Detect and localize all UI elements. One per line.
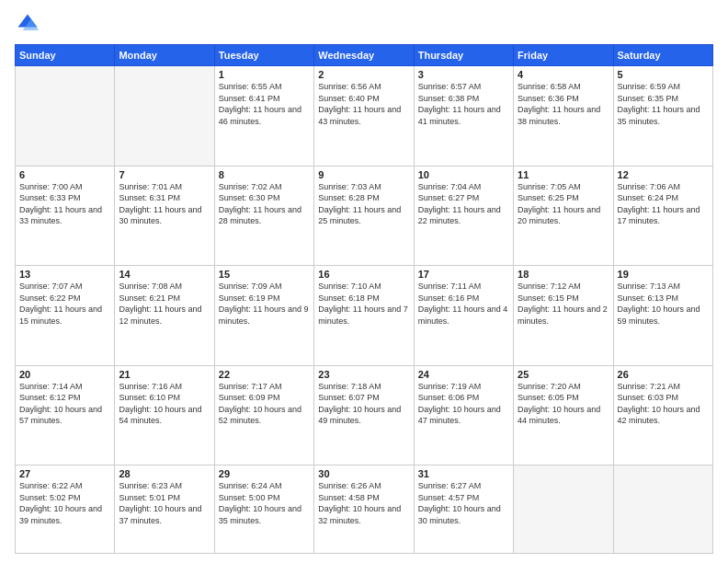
calendar-cell: 23Sunrise: 7:18 AMSunset: 6:07 PMDayligh… — [314, 365, 414, 465]
week-row-1: 1Sunrise: 6:55 AMSunset: 6:41 PMDaylight… — [16, 66, 713, 167]
day-number: 16 — [318, 269, 409, 280]
calendar-cell: 25Sunrise: 7:20 AMSunset: 6:05 PMDayligh… — [514, 365, 613, 465]
weekday-header-thursday: Thursday — [414, 45, 513, 66]
day-number: 2 — [318, 69, 409, 80]
day-number: 15 — [219, 269, 310, 280]
day-number: 1 — [219, 69, 310, 80]
day-info: Sunrise: 6:23 AMSunset: 5:01 PMDaylight:… — [119, 480, 210, 526]
day-info: Sunrise: 7:17 AMSunset: 6:09 PMDaylight:… — [219, 381, 310, 427]
day-info: Sunrise: 6:22 AMSunset: 5:02 PMDaylight:… — [19, 480, 110, 526]
day-number: 9 — [318, 169, 409, 180]
logo — [15, 11, 44, 37]
day-number: 18 — [518, 269, 609, 280]
day-number: 28 — [119, 468, 210, 479]
day-number: 22 — [219, 369, 310, 380]
day-info: Sunrise: 6:55 AMSunset: 6:41 PMDaylight:… — [219, 81, 310, 127]
calendar-table: SundayMondayTuesdayWednesdayThursdayFrid… — [15, 44, 713, 554]
day-info: Sunrise: 7:00 AMSunset: 6:33 PMDaylight:… — [19, 181, 110, 227]
calendar-cell: 18Sunrise: 7:12 AMSunset: 6:15 PMDayligh… — [514, 266, 613, 366]
calendar-cell — [16, 66, 115, 167]
calendar-cell: 17Sunrise: 7:11 AMSunset: 6:16 PMDayligh… — [414, 266, 513, 366]
calendar-cell: 11Sunrise: 7:05 AMSunset: 6:25 PMDayligh… — [514, 166, 613, 266]
calendar-cell: 27Sunrise: 6:22 AMSunset: 5:02 PMDayligh… — [16, 465, 115, 554]
calendar-cell — [115, 66, 214, 167]
day-info: Sunrise: 7:02 AMSunset: 6:30 PMDaylight:… — [219, 181, 310, 227]
calendar-cell — [514, 465, 613, 554]
day-number: 14 — [119, 269, 210, 280]
calendar-cell: 14Sunrise: 7:08 AMSunset: 6:21 PMDayligh… — [115, 266, 214, 366]
calendar-cell: 15Sunrise: 7:09 AMSunset: 6:19 PMDayligh… — [214, 266, 313, 366]
day-info: Sunrise: 7:06 AMSunset: 6:24 PMDaylight:… — [618, 181, 709, 227]
calendar-cell: 24Sunrise: 7:19 AMSunset: 6:06 PMDayligh… — [414, 365, 513, 465]
calendar-cell: 8Sunrise: 7:02 AMSunset: 6:30 PMDaylight… — [214, 166, 313, 266]
day-info: Sunrise: 7:21 AMSunset: 6:03 PMDaylight:… — [618, 381, 709, 427]
day-number: 8 — [219, 169, 310, 180]
day-number: 30 — [318, 468, 409, 479]
day-info: Sunrise: 7:14 AMSunset: 6:12 PMDaylight:… — [19, 381, 110, 427]
day-info: Sunrise: 7:07 AMSunset: 6:22 PMDaylight:… — [19, 281, 110, 327]
calendar-cell: 29Sunrise: 6:24 AMSunset: 5:00 PMDayligh… — [214, 465, 313, 554]
day-info: Sunrise: 7:04 AMSunset: 6:27 PMDaylight:… — [418, 181, 509, 227]
day-info: Sunrise: 7:18 AMSunset: 6:07 PMDaylight:… — [318, 381, 409, 427]
weekday-header-monday: Monday — [115, 45, 214, 66]
page: SundayMondayTuesdayWednesdayThursdayFrid… — [0, 0, 728, 563]
calendar-cell: 26Sunrise: 7:21 AMSunset: 6:03 PMDayligh… — [613, 365, 712, 465]
day-number: 26 — [618, 369, 709, 380]
calendar-cell: 10Sunrise: 7:04 AMSunset: 6:27 PMDayligh… — [414, 166, 513, 266]
day-number: 25 — [518, 369, 609, 380]
day-number: 3 — [418, 69, 509, 80]
day-info: Sunrise: 7:12 AMSunset: 6:15 PMDaylight:… — [518, 281, 609, 327]
day-number: 12 — [618, 169, 709, 180]
day-info: Sunrise: 6:56 AMSunset: 6:40 PMDaylight:… — [318, 81, 409, 127]
day-info: Sunrise: 7:19 AMSunset: 6:06 PMDaylight:… — [418, 381, 509, 427]
weekday-header-tuesday: Tuesday — [214, 45, 313, 66]
calendar-cell: 4Sunrise: 6:58 AMSunset: 6:36 PMDaylight… — [514, 66, 613, 167]
day-info: Sunrise: 7:01 AMSunset: 6:31 PMDaylight:… — [119, 181, 210, 227]
calendar-cell: 3Sunrise: 6:57 AMSunset: 6:38 PMDaylight… — [414, 66, 513, 167]
day-info: Sunrise: 6:24 AMSunset: 5:00 PMDaylight:… — [219, 480, 310, 526]
day-number: 29 — [219, 468, 310, 479]
calendar-cell: 7Sunrise: 7:01 AMSunset: 6:31 PMDaylight… — [115, 166, 214, 266]
calendar-cell: 13Sunrise: 7:07 AMSunset: 6:22 PMDayligh… — [16, 266, 115, 366]
day-info: Sunrise: 6:26 AMSunset: 4:58 PMDaylight:… — [318, 480, 409, 526]
calendar-cell: 5Sunrise: 6:59 AMSunset: 6:35 PMDaylight… — [613, 66, 712, 167]
day-number: 11 — [518, 169, 609, 180]
week-row-2: 6Sunrise: 7:00 AMSunset: 6:33 PMDaylight… — [16, 166, 713, 266]
calendar-cell: 16Sunrise: 7:10 AMSunset: 6:18 PMDayligh… — [314, 266, 414, 366]
calendar-cell: 30Sunrise: 6:26 AMSunset: 4:58 PMDayligh… — [314, 465, 414, 554]
calendar-cell: 6Sunrise: 7:00 AMSunset: 6:33 PMDaylight… — [16, 166, 115, 266]
day-info: Sunrise: 7:03 AMSunset: 6:28 PMDaylight:… — [318, 181, 409, 227]
weekday-header-friday: Friday — [514, 45, 613, 66]
weekday-header-saturday: Saturday — [613, 45, 712, 66]
calendar-cell: 22Sunrise: 7:17 AMSunset: 6:09 PMDayligh… — [214, 365, 313, 465]
day-number: 24 — [418, 369, 509, 380]
day-info: Sunrise: 7:11 AMSunset: 6:16 PMDaylight:… — [418, 281, 509, 327]
day-info: Sunrise: 7:13 AMSunset: 6:13 PMDaylight:… — [618, 281, 709, 327]
day-number: 17 — [418, 269, 509, 280]
weekday-header-wednesday: Wednesday — [314, 45, 414, 66]
day-number: 19 — [618, 269, 709, 280]
week-row-5: 27Sunrise: 6:22 AMSunset: 5:02 PMDayligh… — [16, 465, 713, 554]
week-row-3: 13Sunrise: 7:07 AMSunset: 6:22 PMDayligh… — [16, 266, 713, 366]
day-number: 31 — [418, 468, 509, 479]
day-number: 23 — [318, 369, 409, 380]
calendar-cell: 19Sunrise: 7:13 AMSunset: 6:13 PMDayligh… — [613, 266, 712, 366]
day-info: Sunrise: 6:57 AMSunset: 6:38 PMDaylight:… — [418, 81, 509, 127]
day-number: 7 — [119, 169, 210, 180]
weekday-header-row: SundayMondayTuesdayWednesdayThursdayFrid… — [16, 45, 713, 66]
calendar-cell: 21Sunrise: 7:16 AMSunset: 6:10 PMDayligh… — [115, 365, 214, 465]
calendar-cell: 2Sunrise: 6:56 AMSunset: 6:40 PMDaylight… — [314, 66, 414, 167]
calendar-cell: 28Sunrise: 6:23 AMSunset: 5:01 PMDayligh… — [115, 465, 214, 554]
week-row-4: 20Sunrise: 7:14 AMSunset: 6:12 PMDayligh… — [16, 365, 713, 465]
day-number: 6 — [19, 169, 110, 180]
calendar-cell: 20Sunrise: 7:14 AMSunset: 6:12 PMDayligh… — [16, 365, 115, 465]
day-info: Sunrise: 6:58 AMSunset: 6:36 PMDaylight:… — [518, 81, 609, 127]
day-info: Sunrise: 6:59 AMSunset: 6:35 PMDaylight:… — [618, 81, 709, 127]
calendar-cell: 31Sunrise: 6:27 AMSunset: 4:57 PMDayligh… — [414, 465, 513, 554]
day-number: 27 — [19, 468, 110, 479]
day-number: 5 — [618, 69, 709, 80]
day-number: 13 — [19, 269, 110, 280]
logo-icon — [15, 11, 40, 37]
day-number: 10 — [418, 169, 509, 180]
day-info: Sunrise: 7:10 AMSunset: 6:18 PMDaylight:… — [318, 281, 409, 327]
